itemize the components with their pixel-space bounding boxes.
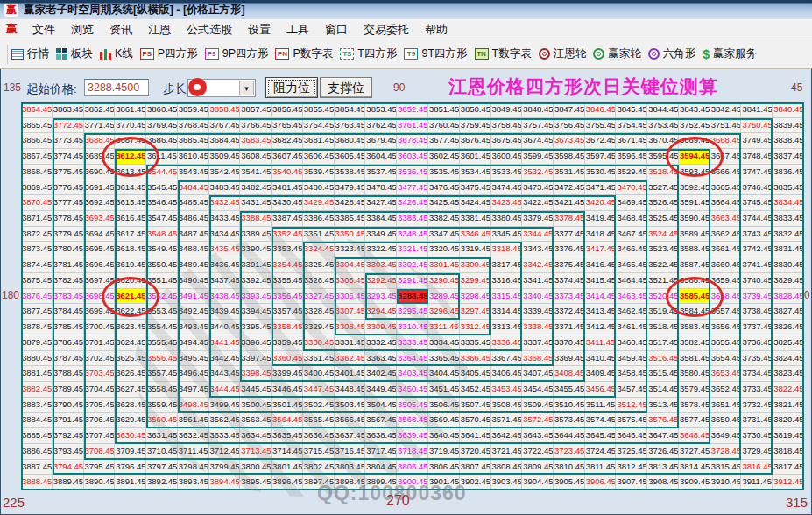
cell-r15c19: 3412.45 (585, 320, 617, 335)
cell-r5c12: 3537.45 (365, 165, 397, 180)
cell-r12c17: 3341.45 (522, 273, 554, 289)
cell-r10c7: 3435.45 (209, 242, 241, 258)
menu-item-4[interactable]: 江恩 (140, 21, 179, 38)
cell-r8c19: 3419.45 (585, 211, 617, 227)
cell-r6c24: 3746.45 (741, 180, 773, 196)
cell-r18c11: 3401.45 (335, 366, 366, 382)
window-title: 赢家老子时空周期系统[纵横版] - [价格正方形] (24, 3, 245, 18)
cell-r22c24: 3730.45 (741, 428, 773, 444)
cell-r18c24: 3734.45 (741, 366, 773, 382)
cell-r25c20: 3907.45 (616, 475, 647, 490)
cell-r24c15: 3807.45 (460, 460, 491, 476)
cell-r25c16: 3903.45 (491, 475, 522, 490)
menu-item-7[interactable]: 工具 (279, 21, 317, 38)
cell-r15c20: 3461.45 (616, 320, 647, 335)
child-window-icon[interactable]: 赢 (6, 21, 18, 37)
support-button[interactable]: 支撑位 (320, 77, 372, 98)
menu-item-10[interactable]: 帮助 (417, 21, 455, 38)
cell-r23c5: 3710.45 (146, 444, 178, 460)
cell-r25c19: 3906.45 (585, 475, 617, 490)
cell-r24c21: 3813.45 (647, 460, 679, 476)
cell-r25c22: 3909.45 (679, 475, 710, 490)
start-price-input[interactable] (84, 79, 149, 96)
cell-r4c14: 3602.45 (428, 149, 460, 165)
cell-r1c3: 3862.45 (84, 102, 116, 118)
cell-r17c22: 3581.45 (679, 351, 710, 367)
toolbar-item-12[interactable]: 六角形 (648, 46, 696, 61)
cell-r6c8: 3482.45 (240, 180, 272, 196)
resistance-button[interactable]: 阻力位 (265, 77, 318, 98)
cell-r18c10: 3400.45 (303, 366, 335, 382)
compass-label-315: 315 (786, 495, 808, 510)
cell-r11c25: 3830.45 (773, 258, 804, 273)
price-grid: 3864.453863.453862.453861.453860.453859.… (21, 102, 804, 490)
cell-r18c22: 3580.45 (679, 366, 710, 382)
cell-r24c2: 3794.45 (53, 460, 84, 476)
cell-r18c3: 3703.45 (84, 366, 116, 382)
cell-r13c19: 3414.45 (585, 289, 617, 305)
cell-r16c11: 3331.45 (335, 335, 366, 351)
cell-r7c11: 3428.45 (335, 195, 366, 211)
cell-r20c1: 3883.45 (21, 398, 53, 413)
toolbar-item-3[interactable]: K线 (100, 46, 133, 61)
cell-r13c17: 3340.45 (522, 289, 554, 305)
cell-r8c4: 3616.45 (115, 211, 146, 227)
cell-r20c4: 3628.45 (115, 398, 146, 413)
chevron-down-icon[interactable]: ▼ (239, 81, 254, 95)
cell-r16c20: 3460.45 (616, 335, 647, 351)
cell-r10c10: 3324.45 (303, 242, 335, 258)
toolbar-item-13[interactable]: $赢家服务 (703, 46, 757, 61)
cell-r19c25: 3822.45 (773, 382, 804, 398)
cell-r20c7: 3499.45 (209, 398, 241, 413)
cell-r8c3: 3693.45 (84, 211, 116, 227)
cell-r8c1: 3871.45 (21, 211, 53, 227)
toolbar-item-11[interactable]: 赢家轮 (593, 46, 641, 61)
cell-r14c9: 3357.45 (272, 304, 303, 320)
cell-r10c4: 3618.45 (115, 242, 146, 258)
cell-r24c18: 3810.45 (554, 460, 585, 476)
cell-r6c16: 3474.45 (491, 180, 522, 196)
menu-item-1[interactable]: 文件 (25, 21, 63, 38)
cell-r23c10: 3715.45 (303, 444, 335, 460)
cell-r6c19: 3471.45 (585, 180, 617, 196)
compass-label-90: 90 (393, 81, 405, 94)
toolbar-item-1[interactable]: 行情 (11, 46, 49, 61)
cell-r1c1: 3864.45 (21, 102, 53, 118)
menu-item-8[interactable]: 窗口 (317, 21, 356, 38)
cell-r17c7: 3442.45 (209, 351, 241, 367)
toolbar-item-5[interactable]: P99P四方形 (205, 46, 269, 61)
toolbar-item-9[interactable]: TNT数字表 (475, 46, 532, 61)
cell-r9c12: 3349.45 (365, 227, 397, 243)
cell-r22c10: 3636.45 (303, 428, 335, 444)
cell-r19c24: 3733.45 (741, 382, 773, 398)
cell-r17c8: 3397.45 (240, 351, 272, 367)
cell-r8c25: 3833.45 (773, 211, 804, 227)
cell-r3c3: 3688.45 (84, 133, 116, 149)
cell-r19c20: 3457.45 (616, 382, 647, 398)
app-window: 赢 赢家老子时空周期系统[纵横版] - [价格正方形] 赢 文件浏览资讯江恩公式… (0, 0, 812, 515)
toolbar-item-8[interactable]: T99T四方形 (404, 46, 467, 61)
cell-r16c21: 3517.45 (647, 335, 679, 351)
cell-r7c20: 3469.45 (616, 195, 647, 211)
toolbar-item-4[interactable]: PSP四方形 (140, 46, 198, 61)
menu-item-3[interactable]: 资讯 (102, 21, 140, 38)
cell-r22c2: 3792.45 (53, 428, 84, 444)
toolbar-item-6[interactable]: PNP数字表 (275, 46, 333, 61)
toolbar-item-2[interactable]: 板块 (56, 46, 93, 61)
cell-r10c3: 3695.45 (84, 242, 116, 258)
cell-r24c11: 3803.45 (335, 460, 366, 476)
menu-item-6[interactable]: 设置 (240, 21, 279, 38)
cell-r7c8: 3431.45 (240, 195, 272, 211)
cell-r6c1: 3869.45 (21, 180, 53, 196)
cell-r13c14: 3289.45 (428, 289, 460, 305)
cell-r24c5: 3797.45 (146, 460, 178, 476)
menu-item-2[interactable]: 浏览 (63, 21, 102, 38)
cell-r12c21: 3521.45 (647, 273, 679, 289)
cell-r2c25: 3839.45 (773, 118, 804, 134)
menu-item-9[interactable]: 交易委托 (356, 21, 417, 38)
toolbar-item-7[interactable]: TST四方形 (340, 46, 397, 61)
cell-r14c3: 3699.45 (84, 304, 116, 320)
cell-r9c11: 3350.45 (335, 227, 366, 243)
menu-item-5[interactable]: 公式选股 (179, 21, 240, 38)
toolbar-item-10[interactable]: 江恩轮 (539, 46, 587, 61)
